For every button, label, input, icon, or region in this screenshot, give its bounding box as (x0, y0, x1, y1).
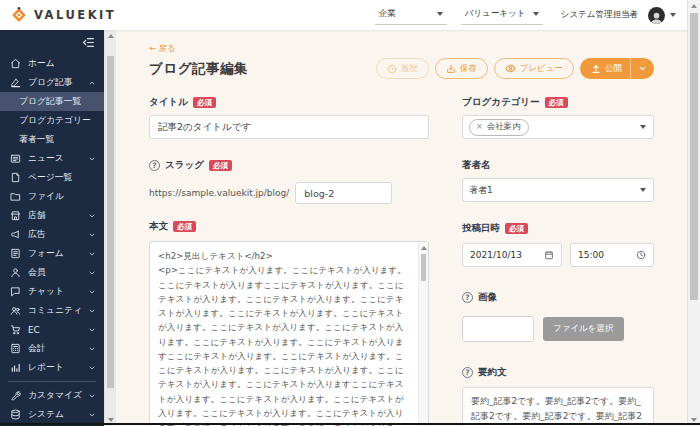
publish-dropdown[interactable] (630, 58, 654, 79)
scroll-down-icon[interactable] (691, 418, 697, 422)
category-chip: × 会社案内 (469, 119, 529, 136)
scroll-up-icon[interactable] (421, 246, 427, 250)
chevron-down-icon (88, 326, 96, 334)
summary-textarea[interactable]: 要約_記事2です。要約_記事2です。要約_記事2です。要約_記事2です。要約_記… (462, 387, 654, 426)
sidebar-item-label: チャット (28, 286, 64, 298)
file-select-button[interactable]: ファイルを選択 (543, 317, 624, 341)
chip-remove-icon[interactable]: × (476, 123, 483, 131)
back-link[interactable]: ← 戻る (149, 43, 176, 55)
scrollbar-thumb[interactable] (690, 13, 698, 300)
sidebar-item-ec[interactable]: EC (0, 320, 104, 339)
title-input[interactable] (149, 115, 429, 139)
clock-icon[interactable] (636, 250, 646, 260)
news-icon (10, 153, 21, 164)
category-field-label: ブログカテゴリー 必須 (462, 96, 654, 109)
required-badge: 必須 (173, 221, 196, 233)
main-content: ← 戻る ブログ記事編集 履歴 保存 (116, 30, 687, 426)
sidebar-item-customize[interactable]: カスタマイズ (0, 386, 104, 405)
body-field-label: 本文 必須 (149, 220, 429, 233)
sidebar-item-label: 広告 (28, 229, 46, 241)
sidebar-item-system[interactable]: システム (0, 405, 104, 424)
chevron-down-icon (88, 212, 96, 220)
sidebar-item-ad[interactable]: 広告 (0, 225, 104, 244)
chat-icon (10, 286, 21, 297)
sidebar-item-store[interactable]: 店舗 (0, 206, 104, 225)
sidebar-item-author-list[interactable]: 著者一覧 (0, 130, 104, 149)
time-input[interactable]: 15:00 (570, 243, 654, 267)
sidebar-item-pages[interactable]: ページ一覧 (0, 168, 104, 187)
company-select[interactable]: 企業 (375, 5, 447, 25)
help-icon[interactable]: ? (149, 160, 160, 171)
help-icon[interactable]: ? (462, 292, 473, 303)
image-filename-box[interactable] (462, 316, 534, 342)
sidebar-item-form[interactable]: フォーム (0, 244, 104, 263)
sidebar-item-label: 会員 (28, 267, 46, 279)
home-icon (10, 58, 21, 69)
sidebar-item-report[interactable]: レポート (0, 358, 104, 377)
sidebar-item-label: 店舗 (28, 210, 46, 222)
sidebar-item-label: ブログ記事 (28, 77, 73, 89)
sidebar-item-blog[interactable]: ブログ記事 (0, 73, 104, 92)
sidebar-item-blog-list[interactable]: ブログ記事一覧 (0, 92, 104, 111)
service-select[interactable]: バリューキット (461, 5, 543, 25)
sidebar-item-label: ファイル (28, 191, 64, 203)
sidebar-item-label: ブログ記事一覧 (19, 96, 81, 108)
author-select[interactable]: 著者1 (462, 178, 654, 202)
help-icon[interactable]: ? (462, 367, 473, 378)
scrollbar-thumb[interactable] (421, 254, 426, 281)
category-select[interactable]: × 会社案内 (462, 115, 654, 139)
sidebar-item-label: 著者一覧 (19, 134, 54, 146)
report-icon (10, 362, 21, 373)
scroll-up-icon[interactable] (108, 34, 114, 38)
history-button[interactable]: 履歴 (376, 58, 429, 79)
system-icon (10, 409, 21, 420)
ad-icon (10, 229, 21, 240)
brand-logo[interactable]: VALUEKIT (10, 6, 116, 24)
sidebar: ホームブログ記事ブログ記事一覧ブログカテゴリー著者一覧ニュースページ一覧ファイル… (0, 30, 104, 426)
accounting-icon (10, 343, 21, 354)
sidebar-item-member[interactable]: 会員 (0, 263, 104, 282)
chevron-down-icon (640, 188, 646, 192)
sidebar-collapse-icon[interactable] (82, 36, 95, 49)
sidebar-item-news[interactable]: ニュース (0, 149, 104, 168)
chevron-down-icon (88, 269, 96, 277)
community-icon (10, 305, 21, 316)
file-icon (10, 191, 21, 202)
chevron-down-icon[interactable] (670, 13, 676, 17)
chevron-down-icon (88, 392, 96, 400)
sidebar-item-accounting[interactable]: 会計 (0, 339, 104, 358)
date-input[interactable]: 2021/10/13 (462, 243, 562, 267)
scroll-up-icon[interactable] (691, 4, 697, 8)
sidebar-item-blog-category[interactable]: ブログカテゴリー (0, 111, 104, 130)
scroll-down-icon[interactable] (108, 418, 114, 422)
sidebar-divider (8, 381, 96, 382)
cart-icon (10, 324, 21, 335)
chevron-down-icon (88, 250, 96, 258)
sidebar-item-label: 会計 (28, 343, 46, 355)
sidebar-item-file[interactable]: ファイル (0, 187, 104, 206)
sidebar-scrollbar[interactable] (104, 30, 116, 426)
body-textarea[interactable]: <h2>見出しテキスト</h2> <p>ここにテキストが入ります。ここにテキスト… (149, 241, 429, 426)
required-badge: 必須 (209, 160, 232, 172)
user-avatar[interactable] (648, 7, 665, 24)
form-icon (10, 248, 21, 259)
chevron-down-icon (640, 125, 646, 129)
scrollbar-thumb[interactable] (107, 56, 114, 388)
blog-icon (10, 77, 21, 88)
preview-button[interactable]: プレビュー (494, 58, 574, 79)
textarea-scrollbar[interactable] (418, 242, 428, 426)
sidebar-item-home[interactable]: ホーム (0, 54, 104, 73)
sidebar-nav: ホームブログ記事ブログ記事一覧ブログカテゴリー著者一覧ニュースページ一覧ファイル… (0, 54, 104, 426)
valuekit-diamond-icon (10, 6, 28, 24)
sidebar-item-community[interactable]: コミュニティ (0, 301, 104, 320)
sidebar-item-label: カスタマイズ (28, 390, 82, 402)
slug-input[interactable] (295, 182, 392, 204)
required-badge: 必須 (545, 97, 568, 109)
title-field-label: タイトル 必須 (149, 96, 429, 109)
sidebar-item-label: レポート (28, 362, 64, 374)
save-button[interactable]: 保存 (435, 58, 488, 79)
publish-button[interactable]: 公開 (580, 58, 654, 79)
page-scrollbar[interactable] (687, 0, 700, 426)
calendar-icon[interactable] (544, 250, 554, 260)
sidebar-item-chat[interactable]: チャット (0, 282, 104, 301)
